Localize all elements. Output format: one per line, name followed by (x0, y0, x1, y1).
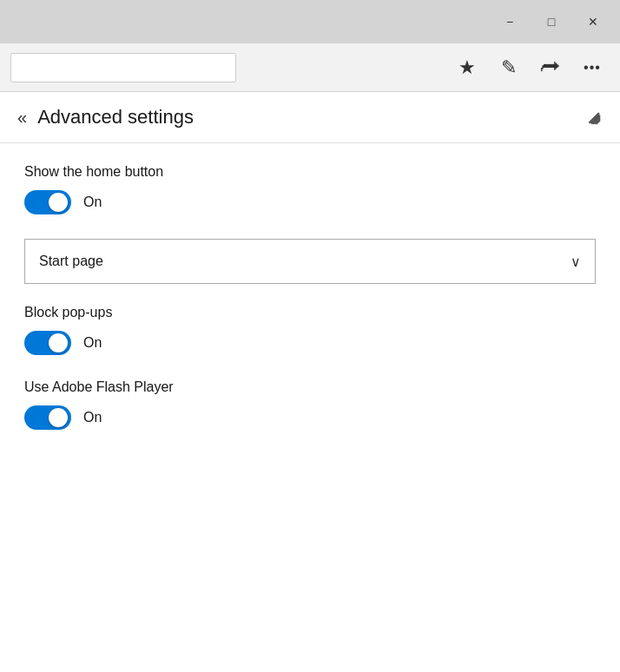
favorites-icon: ★︎ (458, 56, 476, 79)
chevron-down-icon: ∨ (571, 254, 581, 270)
block-popups-toggle-text: On (83, 335, 102, 351)
adobe-flash-toggle-row: On (24, 405, 596, 430)
home-button-setting: Show the home button On (24, 164, 596, 214)
block-popups-label: Block pop-ups (24, 305, 596, 320)
home-button-toggle-text: On (83, 194, 102, 210)
adobe-flash-toggle[interactable] (24, 405, 71, 430)
more-icon: ••• (584, 60, 601, 76)
more-button[interactable]: ••• (575, 50, 610, 85)
dropdown-value: Start page (39, 254, 103, 269)
toggle-thumb (49, 408, 68, 427)
home-button-toggle[interactable] (24, 190, 71, 214)
share-icon: ⮫ (541, 56, 560, 79)
title-bar: − □ ✕ (0, 0, 620, 43)
maximize-button[interactable]: □ (531, 7, 571, 36)
favorites-button[interactable]: ★︎ (450, 50, 485, 85)
toolbar-icons: ★︎ ✎ ⮫ ••• (450, 50, 610, 85)
toggle-thumb (49, 333, 68, 352)
share-button[interactable]: ⮫ (533, 50, 568, 85)
block-popups-toggle[interactable] (24, 331, 71, 355)
back-chevron-icon: « (17, 108, 27, 128)
toggle-thumb (49, 193, 68, 212)
start-page-group: Start page ∨ (24, 239, 596, 284)
minimize-button[interactable]: − (490, 7, 530, 36)
adobe-flash-setting: Use Adobe Flash Player On (24, 379, 596, 430)
pin-icon[interactable]: ⯋ (581, 104, 607, 130)
adobe-flash-toggle-text: On (83, 410, 102, 425)
annotate-icon: ✎ (501, 56, 517, 79)
page-title: Advanced settings (37, 106, 194, 128)
start-page-dropdown[interactable]: Start page ∨ (24, 239, 596, 284)
home-button-toggle-row: On (24, 190, 596, 214)
close-button[interactable]: ✕ (573, 7, 613, 36)
block-popups-toggle-row: On (24, 331, 596, 355)
settings-content: Show the home button On Start page ∨ Blo… (0, 143, 620, 475)
home-button-label: Show the home button (24, 164, 596, 180)
settings-header: « Advanced settings ⯋ (0, 92, 620, 143)
adobe-flash-label: Use Adobe Flash Player (24, 379, 596, 395)
browser-toolbar: ★︎ ✎ ⮫ ••• (0, 43, 620, 92)
back-button[interactable]: « Advanced settings (17, 106, 194, 128)
address-bar[interactable] (10, 53, 236, 82)
annotate-button[interactable]: ✎ (491, 50, 526, 85)
block-popups-setting: Block pop-ups On (24, 305, 596, 355)
